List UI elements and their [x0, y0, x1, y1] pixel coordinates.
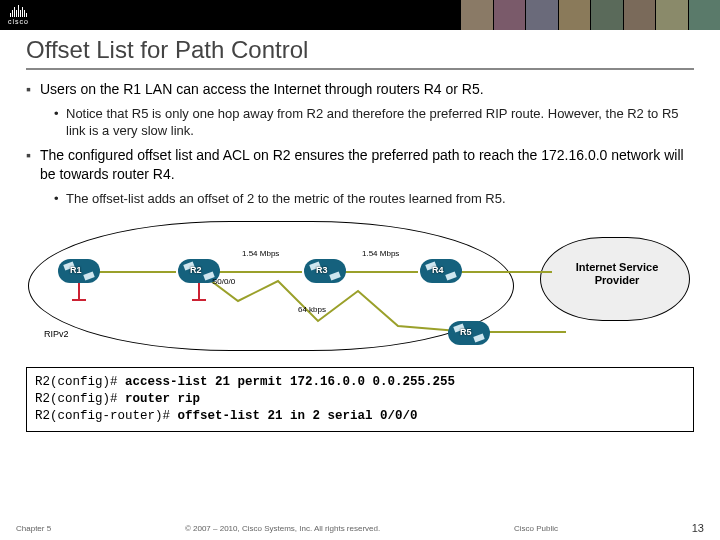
router-r2-label: R2 — [190, 265, 202, 275]
bullet-1a: Notice that R5 is only one hop away from… — [54, 105, 694, 140]
isp-label: Internet Service Provider — [558, 261, 676, 286]
link-r5-isp — [488, 331, 566, 333]
config-line-3: R2(config-router)# offset-list 21 in 2 s… — [35, 408, 685, 425]
slide-title: Offset List for Path Control — [26, 36, 694, 64]
slide-content: Offset List for Path Control Users on th… — [0, 30, 720, 359]
network-diagram: R1 R2 R3 R4 R5 1.54 Mbps 1.54 Mbps 64 kb… — [28, 213, 692, 359]
config-prompt-3: R2(config-router)# — [35, 409, 178, 423]
footer-classification: Cisco Public — [514, 524, 558, 533]
config-prompt-2: R2(config)# — [35, 392, 125, 406]
router-r1-label: R1 — [70, 265, 82, 275]
config-cmd-2: router rip — [125, 392, 200, 406]
rip-domain-label: RIPv2 — [44, 329, 69, 339]
router-r3-label: R3 — [316, 265, 328, 275]
config-cmd-1: access-list 21 permit 172.16.0.0 0.0.255… — [125, 375, 455, 389]
slide-footer: Chapter 5 © 2007 – 2010, Cisco Systems, … — [0, 522, 720, 534]
config-line-1: R2(config)# access-list 21 permit 172.16… — [35, 374, 685, 391]
config-cmd-3: offset-list 21 in 2 serial 0/0/0 — [178, 409, 418, 423]
label-r2-interface: S0/0/0 — [212, 277, 235, 286]
footer-page-number: 13 — [692, 522, 704, 534]
cisco-bars-icon — [10, 5, 27, 17]
top-bar: cisco — [0, 0, 720, 30]
router-r4-label: R4 — [432, 265, 444, 275]
label-r2-r3-speed: 1.54 Mbps — [242, 249, 279, 258]
footer-chapter: Chapter 5 — [16, 524, 51, 533]
link-r1-r2 — [92, 271, 176, 273]
config-prompt-1: R2(config)# — [35, 375, 125, 389]
brand-text: cisco — [8, 18, 29, 25]
footer-copyright: © 2007 – 2010, Cisco Systems, Inc. All r… — [185, 524, 380, 533]
header-photo-strip — [460, 0, 720, 30]
title-divider — [26, 68, 694, 70]
lan-r2 — [198, 283, 200, 299]
cisco-logo: cisco — [8, 5, 29, 25]
bullet-2a: The offset-list adds an offset of 2 to t… — [54, 190, 694, 208]
label-r2-r5-speed: 64 kbps — [298, 305, 326, 314]
router-r5-label: R5 — [460, 327, 472, 337]
config-line-2: R2(config)# router rip — [35, 391, 685, 408]
bullet-1: Users on the R1 LAN can access the Inter… — [26, 80, 694, 99]
label-r3-r4-speed: 1.54 Mbps — [362, 249, 399, 258]
bullet-2: The configured offset list and ACL on R2… — [26, 146, 694, 184]
lan-r1 — [78, 283, 80, 299]
config-box: R2(config)# access-list 21 permit 172.16… — [26, 367, 694, 432]
